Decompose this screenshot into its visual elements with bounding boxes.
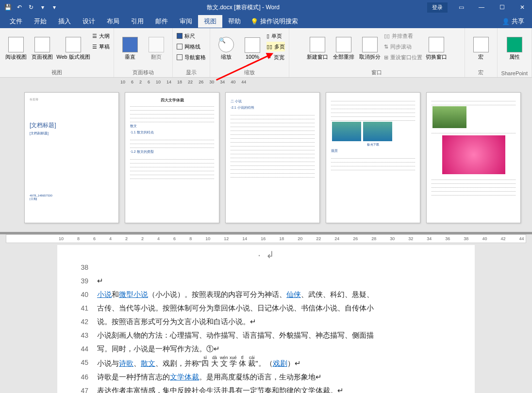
reset-icon: ⊞: [384, 54, 388, 61]
arrange-button[interactable]: 全部重排: [332, 30, 356, 67]
share-icon: 👤: [502, 18, 510, 25]
line-text[interactable]: [97, 261, 455, 274]
text-line[interactable]: 43小说刻画人物的方法：心理描写、动作描写、语言描写、外貌描写、神态描写、侧面描: [77, 328, 455, 342]
lightbulb-icon: 💡: [250, 18, 258, 25]
document-page[interactable]: · ↲ 3839↵40小说和微型小说（小小说）。按照表现的内容可分为神话、仙侠、…: [57, 245, 475, 393]
text-line[interactable]: 40小说和微型小说（小小说）。按照表现的内容可分为神话、仙侠、武侠、科幻、悬疑、: [77, 288, 455, 301]
horizontal-ruler[interactable]: 1086422468101214161820222426283032343638…: [6, 234, 526, 243]
line-text[interactable]: 表达作者丰富情感，集中反映社会生活并具有一定节奏和韵律的文学体裁。↵: [97, 384, 455, 393]
line-number: 45: [77, 356, 88, 370]
single-page-button[interactable]: ▯单页: [266, 31, 285, 41]
line-text[interactable]: 写。同时，小说是一种写作方法。①↵: [97, 342, 455, 356]
web-view-button[interactable]: Web 版式视图: [56, 30, 90, 67]
props-icon: [507, 37, 522, 52]
login-button[interactable]: 登录: [427, 2, 448, 13]
line-text[interactable]: 古传、当代等小说。按照体制可分为章回体小说、日记体小说、书信体小说、自传体小: [97, 301, 455, 315]
page-thumb-4[interactable]: 极·光下载 观景: [326, 92, 420, 223]
share-button[interactable]: 👤 共享: [498, 15, 528, 28]
page-thumb-3[interactable]: 二 小说 ·2.1 小说的特性: [225, 92, 320, 223]
group-sharepoint-label: SharePoint: [501, 69, 528, 76]
thumb-image: [432, 106, 466, 128]
single-icon: ▯: [266, 33, 269, 39]
tab-references[interactable]: 引用: [125, 15, 150, 28]
line-text[interactable]: 说。按照语言形式可分为文言小说和白话小说。↵: [97, 315, 455, 328]
switch-icon: [429, 37, 444, 52]
text-line[interactable]: 46诗歌是一种抒情言志的文学体裁。是用高度凝练的语言，生动形象地↵: [77, 370, 455, 384]
flip-button[interactable]: 翻页: [144, 30, 168, 67]
tab-layout[interactable]: 布局: [101, 15, 125, 28]
read-view-button[interactable]: 阅读视图: [4, 30, 28, 67]
properties-button[interactable]: 属性: [502, 30, 527, 67]
text-line[interactable]: 41古传、当代等小说。按照体制可分为章回体小说、日记体小说、书信体小说、自传体小: [77, 301, 455, 315]
tab-insert[interactable]: 插入: [52, 15, 77, 28]
vertical-icon: [122, 37, 138, 52]
group-pagemove-label: 页面移动: [133, 68, 154, 76]
window-title: 散文.docx [兼容模式] - Word: [59, 3, 427, 12]
line-number: 41: [77, 301, 88, 315]
thumb-image: [332, 122, 361, 141]
draft-button[interactable]: ☰草稿: [92, 42, 110, 51]
tab-file[interactable]: 文件: [4, 15, 28, 28]
group-macros-label: 宏: [478, 68, 483, 76]
page-thumb-5[interactable]: [426, 92, 521, 223]
thumb-image: [442, 135, 505, 174]
line-text[interactable]: 小说刻画人物的方法：心理描写、动作描写、语言描写、外貌描写、神态描写、侧面描: [97, 328, 455, 342]
text-line[interactable]: 47表达作者丰富情感，集中反映社会生活并具有一定节奏和韵律的文学体裁。↵: [77, 384, 455, 393]
tab-mail[interactable]: 邮件: [150, 15, 174, 28]
text-line[interactable]: 45小说与诗歌、散文、戏剧，并称"四sì 大dà 文wén 学xué 体tǐ 裁…: [77, 356, 455, 370]
macros-button[interactable]: 宏: [469, 30, 493, 67]
line-number: 40: [77, 288, 88, 301]
sync-scroll-button: ⇅同步滚动: [384, 42, 422, 51]
tab-view[interactable]: 视图: [198, 15, 222, 28]
save-icon[interactable]: 💾: [3, 2, 13, 12]
newwin-icon: [310, 37, 325, 52]
switch-window-button[interactable]: 切换窗口: [424, 30, 449, 67]
zoom-button[interactable]: 🔍缩放: [214, 30, 238, 67]
outline-button[interactable]: ☰大纲: [92, 31, 110, 41]
text-line[interactable]: 39↵: [77, 274, 455, 288]
line-number: 44: [77, 342, 88, 356]
top-ruler: 10626101418222630344044: [0, 78, 532, 86]
redo-icon[interactable]: ↻: [26, 2, 36, 12]
tab-design[interactable]: 设计: [77, 15, 101, 28]
line-number: 46: [77, 370, 88, 384]
zoom-icon: 🔍: [218, 37, 234, 52]
qat-dropdown-icon[interactable]: ▾: [50, 2, 59, 12]
nav-checkbox[interactable]: 导航窗格: [177, 52, 206, 62]
side-by-side-button: ▯▯并排查看: [384, 31, 422, 41]
page-break-indicator: · ↲: [77, 249, 455, 261]
reset-pos-button: ⊞重设窗口位置: [384, 52, 422, 62]
line-text[interactable]: ↵: [97, 274, 455, 288]
tab-review[interactable]: 审阅: [174, 15, 198, 28]
undo-icon[interactable]: ↶: [15, 2, 24, 12]
line-number: 39: [77, 274, 88, 288]
zoom-100-button[interactable]: 100%: [240, 30, 265, 67]
sync-icon: ⇅: [384, 44, 388, 50]
text-line[interactable]: 38: [77, 261, 455, 274]
page-thumb-1[interactable]: 分页符 [文档标题] [文档副标题] 4978_148657530 [日期]: [24, 92, 119, 223]
print-view-button[interactable]: 页面视图: [30, 30, 54, 67]
minimize-icon[interactable]: —: [472, 0, 491, 14]
line-text[interactable]: 小说和微型小说（小小说）。按照表现的内容可分为神话、仙侠、武侠、科幻、悬疑、: [97, 288, 455, 301]
qat-more-icon[interactable]: ▾: [38, 2, 48, 12]
tell-me[interactable]: 💡 操作说明搜索: [247, 15, 302, 28]
tab-help[interactable]: 帮助: [222, 15, 247, 28]
line-text[interactable]: 小说与诗歌、散文、戏剧，并称"四sì 大dà 文wén 学xué 体tǐ 裁cá…: [97, 356, 455, 370]
ruler-checkbox[interactable]: 标尺: [177, 31, 206, 41]
split-button[interactable]: 取消拆分: [358, 30, 382, 67]
text-line[interactable]: 42说。按照语言形式可分为文言小说和白话小说。↵: [77, 315, 455, 328]
line-text[interactable]: 诗歌是一种抒情言志的文学体裁。是用高度凝练的语言，生动形象地↵: [97, 370, 455, 384]
close-icon[interactable]: ✕: [513, 0, 532, 14]
thumbnail-pane[interactable]: 分页符 [文档标题] [文档副标题] 4978_148657530 [日期] 四…: [0, 86, 532, 232]
tab-home[interactable]: 开始: [28, 15, 52, 28]
grid-checkbox[interactable]: 网格线: [177, 42, 206, 51]
multi-page-button[interactable]: ▯▯多页: [266, 42, 285, 51]
maximize-icon[interactable]: ☐: [492, 0, 512, 14]
page-thumb-2[interactable]: 四大文学体裁 散文 ·1.1 散文的特点 ·1.2 散文的类型: [125, 92, 219, 223]
line-number: 43: [77, 328, 88, 342]
vertical-button[interactable]: 垂直: [118, 30, 142, 67]
ribbon-options-icon[interactable]: ▭: [451, 0, 471, 14]
line-number: 38: [77, 261, 88, 274]
new-window-button[interactable]: 新建窗口: [305, 30, 330, 67]
text-line[interactable]: 44写。同时，小说是一种写作方法。①↵: [77, 342, 455, 356]
